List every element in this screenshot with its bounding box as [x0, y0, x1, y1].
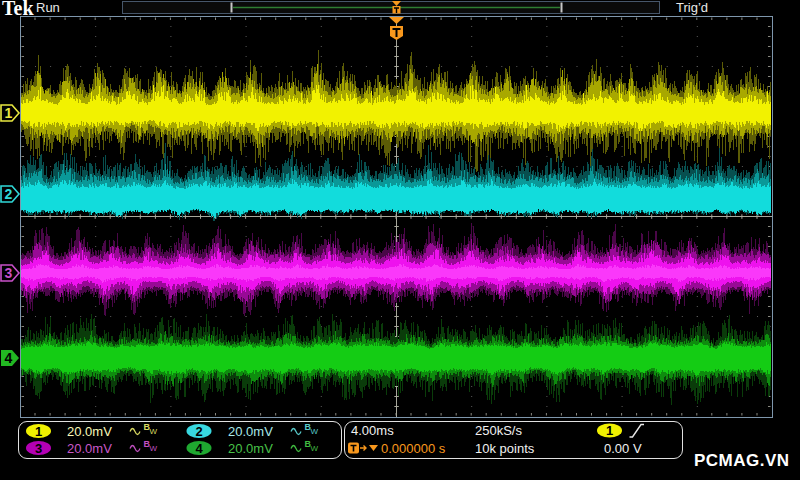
svg-text:1: 1 [5, 105, 13, 121]
svg-text:3: 3 [5, 265, 13, 281]
svg-text:4: 4 [5, 350, 13, 366]
svg-text:2: 2 [5, 186, 13, 202]
